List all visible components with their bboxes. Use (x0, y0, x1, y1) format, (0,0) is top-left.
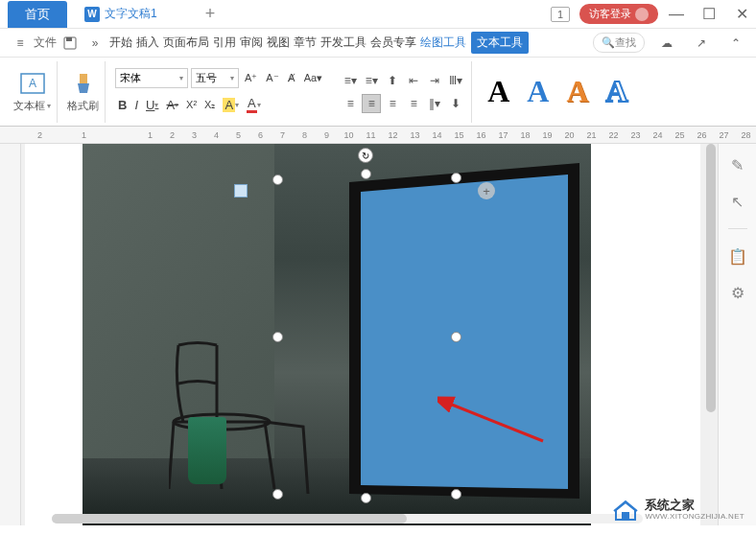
subscript-button[interactable]: X₂ (201, 97, 218, 113)
tab-document[interactable]: W 文字文稿1 (75, 2, 167, 26)
dec-font-button[interactable]: A⁻ (263, 70, 281, 86)
bold-button[interactable]: B (115, 96, 130, 114)
ruler-tick: 10 (338, 130, 360, 140)
scrollbar-horizontal[interactable] (52, 514, 643, 523)
background-photo (83, 144, 591, 525)
handle-n[interactable] (361, 169, 371, 179)
layout-plus-button[interactable]: + (478, 182, 495, 199)
text-direction-button[interactable]: Ⅲ▾ (446, 71, 465, 90)
cloud-icon[interactable]: ☁ (654, 36, 679, 50)
red-arrow-annotation (437, 393, 553, 451)
handle-ne[interactable] (451, 173, 461, 183)
clipboard-icon[interactable]: 📋 (728, 246, 747, 266)
close-button[interactable]: ✕ (727, 0, 756, 29)
menu-view[interactable]: 视图 (265, 35, 292, 51)
pencil-icon[interactable]: ✎ (728, 155, 747, 174)
outdent-button[interactable]: ⇤ (404, 71, 423, 90)
menu-review[interactable]: 审阅 (238, 35, 265, 51)
settings-icon[interactable]: ⚙ (728, 283, 747, 302)
menu-member[interactable]: 会员专享 (368, 35, 418, 51)
collapse-icon[interactable]: ⌃ (723, 36, 748, 50)
maximize-button[interactable]: ☐ (695, 0, 723, 29)
align-left-button[interactable]: ≡ (341, 94, 360, 113)
tab-home[interactable]: 首页 (8, 1, 67, 28)
change-case-button[interactable]: Aa▾ (301, 70, 325, 86)
brush-label[interactable]: 格式刷 (67, 99, 99, 113)
align-top-button[interactable]: ⬆ (383, 71, 402, 90)
leaning-frame[interactable] (340, 153, 589, 508)
textbox-icon[interactable]: A (19, 70, 46, 97)
scrollbar-vertical[interactable] (704, 144, 718, 525)
ruler-horizontal[interactable]: 2112345678910111213141516171819202122232… (0, 127, 756, 144)
file-menu[interactable]: 文件 (33, 35, 58, 51)
font-color-button[interactable]: A▾ (244, 94, 264, 115)
line-spacing-button[interactable]: ‖▾ (425, 94, 444, 113)
menu-texttools[interactable]: 文本工具 (471, 32, 529, 54)
menu-chapter[interactable]: 章节 (292, 35, 319, 51)
doc-icon: W (84, 7, 100, 22)
ruler-tick: 1 (73, 130, 95, 140)
handle-sw[interactable] (272, 489, 283, 500)
minimize-button[interactable]: — (662, 0, 691, 29)
share-icon[interactable]: ↗ (689, 36, 714, 50)
scrollbar-h-thumb[interactable] (52, 514, 407, 523)
watermark-logo-icon (612, 499, 639, 522)
menu-devtools[interactable]: 开发工具 (319, 35, 368, 51)
document-canvas[interactable]: ↻ + (25, 144, 700, 525)
text-style-2[interactable]: A (527, 74, 549, 109)
ruler-vertical[interactable] (0, 144, 21, 525)
scrollbar-v-thumb[interactable] (706, 144, 716, 412)
tab-add[interactable]: + (205, 4, 216, 24)
indent-button[interactable]: ⇥ (425, 71, 444, 90)
menu-start[interactable]: 开始 (107, 35, 134, 51)
brush-icon[interactable] (70, 70, 97, 97)
strike-button[interactable]: A▾ (163, 96, 181, 114)
bullets-button[interactable]: ≡▾ (341, 71, 360, 90)
font-size-select[interactable]: 五号▾ (191, 68, 239, 88)
underline-button[interactable]: U▾ (143, 96, 161, 114)
search-box[interactable]: 🔍 查找 (593, 33, 645, 53)
textbox-label[interactable]: 文本框▾ (13, 99, 51, 113)
text-style-4[interactable]: A (605, 74, 627, 109)
titlebar: 首页 W 文字文稿1 + 1 访客登录 — ☐ ✕ (0, 0, 756, 29)
align-right-button[interactable]: ≡ (383, 94, 402, 113)
handle-e[interactable] (451, 332, 461, 342)
menu-drawtools[interactable]: 绘图工具 (418, 35, 468, 51)
login-label: 访客登录 (589, 7, 631, 21)
text-style-3[interactable]: A (566, 74, 588, 109)
hamburger-icon[interactable]: ≡ (8, 36, 33, 50)
svg-rect-9 (622, 512, 629, 520)
ruler-tick: 3 (183, 130, 205, 140)
highlight-button[interactable]: A▾ (220, 96, 242, 114)
handle-s[interactable] (361, 493, 371, 503)
ruler-tick: 16 (470, 130, 492, 140)
italic-button[interactable]: I (131, 96, 141, 114)
numbering-button[interactable]: ≡▾ (362, 71, 381, 90)
align-center-button[interactable]: ≡ (362, 94, 381, 113)
more-icon[interactable]: » (83, 36, 107, 50)
handle-nw[interactable] (272, 174, 283, 185)
font-name-select[interactable]: 宋体▾ (115, 68, 188, 88)
clear-format-button[interactable]: A̸ (285, 70, 298, 86)
inc-font-button[interactable]: A⁺ (242, 70, 260, 86)
rotate-handle[interactable]: ↻ (358, 148, 373, 163)
text-style-1[interactable]: A (487, 74, 509, 109)
ruler-tick: 19 (536, 130, 558, 140)
cursor-icon[interactable]: ↖ (728, 192, 747, 211)
menu-insert[interactable]: 插入 (134, 35, 161, 51)
menu-pagelayout[interactable]: 页面布局 (161, 35, 211, 51)
ruler-tick: 18 (514, 130, 536, 140)
login-button[interactable]: 访客登录 (579, 4, 658, 24)
handle-w[interactable] (272, 332, 283, 342)
save-icon[interactable] (58, 36, 83, 50)
handle-se[interactable] (451, 489, 461, 500)
ruler-tick: 15 (448, 130, 470, 140)
window-indicator[interactable]: 1 (551, 7, 570, 22)
align-bottom-button[interactable]: ⬇ (446, 94, 465, 113)
ruler-tick: 24 (647, 130, 669, 140)
ruler-tick: 23 (625, 130, 647, 140)
anchor-icon (234, 184, 248, 198)
superscript-button[interactable]: X² (183, 97, 200, 112)
align-justify-button[interactable]: ≡ (404, 94, 423, 113)
menu-reference[interactable]: 引用 (211, 35, 238, 51)
